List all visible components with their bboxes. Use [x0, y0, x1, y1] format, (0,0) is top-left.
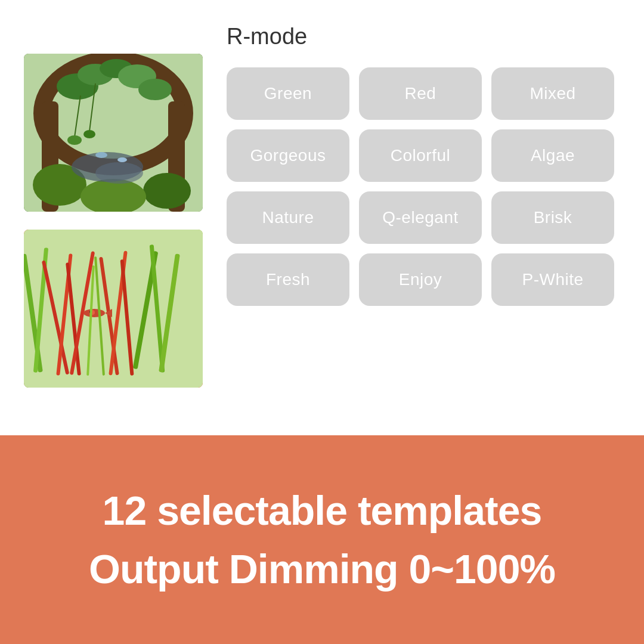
svg-point-14	[95, 152, 107, 158]
footer-line1: 12 selectable templates	[103, 487, 542, 534]
aquarium-image-2	[24, 230, 203, 388]
template-button-enjoy[interactable]: Enjoy	[359, 253, 482, 306]
bottom-section: 12 selectable templates Output Dimming 0…	[0, 435, 644, 644]
template-button-nature[interactable]: Nature	[227, 191, 349, 244]
template-button-fresh[interactable]: Fresh	[227, 253, 349, 306]
svg-point-19	[83, 130, 95, 138]
svg-point-18	[67, 135, 82, 145]
svg-point-15	[117, 157, 127, 162]
right-section: R-mode GreenRedMixedGorgeousColorfulAlga…	[221, 24, 620, 306]
template-button-q-elegant[interactable]: Q-elegant	[359, 191, 482, 244]
svg-point-13	[95, 162, 143, 184]
mode-title: R-mode	[221, 24, 620, 49]
template-button-green[interactable]: Green	[227, 67, 349, 120]
template-button-gorgeous[interactable]: Gorgeous	[227, 129, 349, 182]
template-button-mixed[interactable]: Mixed	[491, 67, 614, 120]
top-section: R-mode GreenRedMixedGorgeousColorfulAlga…	[0, 0, 644, 435]
buttons-grid: GreenRedMixedGorgeousColorfulAlgaeNature…	[221, 67, 620, 306]
template-button-colorful[interactable]: Colorful	[359, 129, 482, 182]
footer-line2: Output Dimming 0~100%	[89, 546, 555, 592]
template-button-brisk[interactable]: Brisk	[491, 191, 614, 244]
images-column	[24, 54, 203, 388]
svg-point-8	[138, 79, 172, 100]
template-button-red[interactable]: Red	[359, 67, 482, 120]
template-button-p-white[interactable]: P-White	[491, 253, 614, 306]
aquarium-image-1	[24, 54, 203, 212]
svg-point-10	[143, 173, 191, 209]
template-button-algae[interactable]: Algae	[491, 129, 614, 182]
